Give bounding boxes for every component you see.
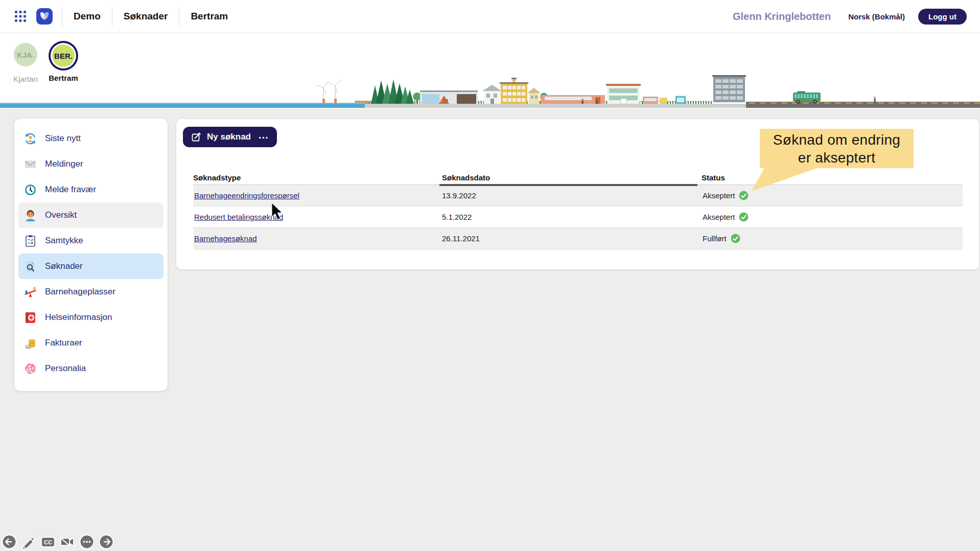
application-date: 5.1.2022 [442,213,702,221]
check-circle-icon [739,191,749,200]
sidebar-item-label: Barnehageplasser [45,287,115,297]
application-status: Akseptert [702,191,963,200]
nav-item-soknader[interactable]: Søknader [112,11,179,22]
application-link[interactable]: Barnehagesøknad [193,234,442,243]
new-application-button[interactable]: Ny søknad ... [183,127,277,147]
application-date: 26.11.2021 [442,234,702,243]
seesaw-icon [24,285,37,299]
column-header-status: Status [702,173,963,182]
next-button[interactable] [98,534,114,550]
mouse-cursor [271,202,286,221]
tooltip-pointer [749,167,821,193]
first-aid-icon [24,311,37,325]
sidebar-item-barnehageplasser[interactable]: Barnehageplasser [18,279,164,305]
sidebar-item-label: Meldinger [45,159,83,169]
walkthrough-controls: CC [1,534,114,550]
cityscape-illustration [0,70,980,108]
avatar-selected: BER. [52,44,75,67]
check-circle-icon [731,234,740,243]
column-header-type: Søknadstype [193,173,442,182]
tooltip-text: Søknad om endring [773,131,900,149]
table-header-row: Søknadstype Søknadsdato Status [193,170,963,185]
annotation-tooltip: Søknad om endring er akseptert [760,129,914,168]
application-status: Akseptert [702,212,963,222]
camera-off-button[interactable] [59,534,76,550]
application-window: Demo Søknader Bertram Glenn Kringlebotte… [0,0,980,551]
coins-icon [24,336,37,350]
fingerprint-icon [24,362,37,376]
status-label: Fullført [703,234,727,243]
application-date: 13.9.2022 [442,191,702,200]
sidebar-item-fakturaer[interactable]: Fakturaer [18,330,164,356]
status-label: Akseptert [703,191,735,200]
table-row: Barnehagesøknad 26.11.2021 Fullført [193,228,963,249]
logout-button[interactable]: Logg ut [918,9,967,25]
sort-indicator-bar [439,184,697,186]
more-options-button[interactable] [79,534,95,550]
table-row: Redusert betalingssøknad 5.1.2022 Aksept… [193,206,963,228]
sidebar-item-label: Helseinformasjon [45,312,112,323]
sidebar-item-soknader[interactable]: Søknader [18,254,164,279]
check-circle-icon [739,212,749,222]
new-application-label: Ny søknad [207,132,251,142]
back-button[interactable] [1,534,17,550]
new-application-more-button[interactable]: ... [256,129,269,141]
envelope-icon [24,157,37,171]
sidebar-item-label: Oversikt [45,210,77,220]
applications-table: Søknadstype Søknadsdato Status Barnehage… [193,170,963,249]
application-link[interactable]: Redusert betalingssøknad [193,213,442,221]
sidebar-item-label: Personalia [45,363,86,374]
grid-dots-icon [14,10,27,23]
news-refresh-icon [24,132,37,146]
captions-label: CC [44,539,52,545]
sidebar-item-label: Melde fravær [45,185,96,195]
document-search-icon [24,260,37,273]
app-grid-icon[interactable] [13,9,28,24]
sidebar-item-label: Fakturaer [45,338,82,348]
sidebar-menu: Siste nytt Meldinger Melde fravær [14,119,168,391]
sidebar-item-label: Siste nytt [45,133,81,144]
application-status: Fullført [702,234,963,243]
top-app-bar: Demo Søknader Bertram Glenn Kringlebotte… [0,0,980,33]
nav-item-demo[interactable]: Demo [62,11,112,22]
logged-in-user[interactable]: Glenn Kringlebotten [733,11,831,22]
sidebar-item-label: Samtykke [45,236,83,246]
draw-pencil-button[interactable] [20,534,37,550]
sidebar-item-personalia[interactable]: Personalia [18,356,164,381]
language-selector[interactable]: Norsk (Bokmål) [848,12,905,21]
clipboard-checklist-icon [24,234,37,248]
sidebar-item-melde-fravaer[interactable]: Melde fravær [18,177,164,202]
sidebar-item-helseinformasjon[interactable]: Helseinformasjon [18,305,164,330]
sidebar-item-samtykke[interactable]: Samtykke [18,228,164,254]
column-header-date: Søknadsdato [442,173,702,182]
sidebar-item-label: Søknader [45,261,83,271]
edit-pencil-icon [191,132,201,142]
avatar: KJA. [14,43,37,66]
tooltip-text: er akseptert [798,149,875,167]
sidebar-item-siste-nytt[interactable]: Siste nytt [18,126,164,151]
application-link[interactable]: Barnehageendringsforespørsel [193,191,442,200]
status-label: Akseptert [703,213,735,221]
sidebar-item-meldinger[interactable]: Meldinger [18,151,164,177]
captions-button[interactable]: CC [40,534,56,550]
nav-item-bertram[interactable]: Bertram [179,11,239,22]
table-row: Barnehageendringsforespørsel 13.9.2022 A… [193,185,963,206]
clock-icon [24,183,37,197]
person-icon [24,209,37,222]
sidebar-item-oversikt[interactable]: Oversikt [18,202,164,228]
app-logo-icon[interactable] [36,8,53,25]
